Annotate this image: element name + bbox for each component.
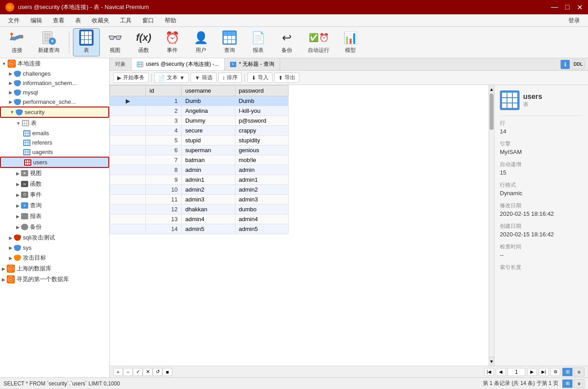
ddl-icon[interactable]: DDL: [572, 60, 584, 69]
cell-username[interactable]: batman: [182, 155, 235, 165]
export-button[interactable]: ⬆ 导出: [274, 73, 299, 83]
first-page-button[interactable]: |◀: [484, 368, 494, 376]
table-scrollbar[interactable]: ▲ ▼: [489, 85, 494, 366]
cell-username[interactable]: Dummy: [182, 116, 235, 126]
menu-window[interactable]: 窗口: [138, 16, 158, 26]
connect-button[interactable]: 连接: [4, 28, 30, 56]
cell-password[interactable]: stupidity: [235, 136, 289, 145]
sidebar-item-mysql[interactable]: ▶ mysql: [0, 88, 109, 97]
filter-button[interactable]: ▼ 筛选: [191, 73, 217, 83]
cell-id[interactable]: 13: [146, 214, 182, 224]
last-page-button[interactable]: ▶|: [539, 368, 549, 376]
new-query-button[interactable]: + 新建查询: [32, 28, 65, 56]
col-header-password[interactable]: password: [235, 85, 289, 96]
cell-username[interactable]: admin3: [182, 195, 235, 205]
table-row[interactable]: 5stupidstupidity: [110, 136, 289, 145]
cell-password[interactable]: admin5: [235, 224, 289, 234]
import-button[interactable]: ⬇ 导入: [247, 73, 273, 83]
sidebar-item-information-schema[interactable]: ▶ information_schem...: [0, 78, 109, 88]
menu-table[interactable]: 表: [71, 16, 85, 26]
cell-id[interactable]: 7: [146, 155, 182, 165]
view-button[interactable]: 👓 视图: [102, 28, 128, 56]
cell-username[interactable]: dhakkan: [182, 205, 235, 214]
cell-id[interactable]: 10: [146, 185, 182, 195]
cell-username[interactable]: stupid: [182, 136, 235, 145]
cell-password[interactable]: admin: [235, 165, 289, 175]
user-button[interactable]: 👤 用户: [187, 28, 214, 56]
tab-query[interactable]: ≡ * 无标题 - 查询: [225, 58, 280, 70]
info-icon[interactable]: ℹ: [560, 60, 570, 69]
sidebar-item-local-conn[interactable]: ▼ N 本地连接: [0, 58, 109, 69]
sidebar-item-emails[interactable]: emails: [0, 128, 109, 138]
start-transaction-button[interactable]: ▶ 开始事务: [113, 73, 149, 83]
cell-id[interactable]: 1: [146, 96, 182, 106]
table-row[interactable]: 4securecrappy: [110, 126, 289, 136]
sidebar-item-tables-group[interactable]: ▼ 表: [0, 118, 109, 128]
cell-username[interactable]: admin1: [182, 175, 235, 185]
report-button[interactable]: 📄 报表: [245, 28, 272, 56]
sidebar-item-functions[interactable]: ▶ fx 函数: [0, 179, 109, 189]
table-row[interactable]: 2AngelinaI-kill-you: [110, 106, 289, 116]
model-button[interactable]: 📊 模型: [337, 28, 364, 56]
cell-username[interactable]: Angelina: [182, 106, 235, 116]
cell-username[interactable]: admin4: [182, 214, 235, 224]
sidebar-item-challenges[interactable]: ▶ challenges: [0, 69, 109, 78]
login-button[interactable]: 登录: [564, 16, 584, 26]
cell-username[interactable]: admin2: [182, 185, 235, 195]
cell-id[interactable]: 12: [146, 205, 182, 214]
cell-id[interactable]: 4: [146, 126, 182, 136]
cell-password[interactable]: admin3: [235, 195, 289, 205]
grid-view-button[interactable]: ⊞: [562, 368, 573, 376]
cell-id[interactable]: 11: [146, 195, 182, 205]
sidebar-item-views[interactable]: ▶ 👁 视图: [0, 168, 109, 179]
menu-view[interactable]: 查看: [48, 16, 69, 26]
sidebar-item-uagents[interactable]: uagents: [0, 147, 109, 157]
stop-button[interactable]: ■: [162, 368, 172, 376]
menu-tools[interactable]: 工具: [115, 16, 136, 26]
table-row[interactable]: 7batmanmob!le: [110, 155, 289, 165]
event-button[interactable]: ⏰ 事件: [159, 28, 186, 56]
sidebar-item-backups[interactable]: ▶ 备份: [0, 222, 109, 232]
confirm-button[interactable]: ✓: [133, 368, 143, 376]
sidebar-item-sqli[interactable]: ▶ sqli攻击测试: [0, 232, 109, 243]
scroll-down-button[interactable]: ▼: [489, 357, 494, 366]
sidebar-item-first-db[interactable]: ▶ N 寻觅的第一个数据库: [0, 274, 109, 285]
sidebar-item-users[interactable]: users: [0, 157, 109, 168]
page-input[interactable]: [507, 368, 525, 376]
tab-section-object[interactable]: 对象: [110, 58, 132, 70]
menu-help[interactable]: 帮助: [160, 16, 181, 26]
cell-password[interactable]: p@ssword: [235, 116, 289, 126]
table-row[interactable]: 3Dummyp@ssword: [110, 116, 289, 126]
scroll-up-button[interactable]: ▲: [489, 85, 494, 94]
cell-password[interactable]: mob!le: [235, 155, 289, 165]
sidebar-item-performance-schema[interactable]: ▶ performance_sche...: [0, 97, 109, 107]
cell-password[interactable]: admin4: [235, 214, 289, 224]
function-button[interactable]: f(x) 函数: [130, 28, 157, 56]
table-row[interactable]: 9admin1admin1: [110, 175, 289, 185]
window-controls[interactable]: — □ ✕: [551, 3, 583, 12]
cell-id[interactable]: 8: [146, 165, 182, 175]
cell-password[interactable]: crappy: [235, 126, 289, 136]
col-header-id[interactable]: id: [146, 85, 182, 96]
bottom-grid-view-button[interactable]: ⊞: [562, 379, 573, 388]
cell-id[interactable]: 2: [146, 106, 182, 116]
refresh-button[interactable]: ↺: [153, 368, 162, 376]
cell-username[interactable]: superman: [182, 145, 235, 155]
cell-username[interactable]: admin: [182, 165, 235, 175]
table-row[interactable]: 12dhakkandumbo: [110, 205, 289, 214]
table-row[interactable]: 10admin2admin2: [110, 185, 289, 195]
backup-button[interactable]: ↩ 备份: [273, 28, 300, 56]
menu-file[interactable]: 文件: [4, 16, 24, 26]
cell-password[interactable]: I-kill-you: [235, 106, 289, 116]
form-view-button[interactable]: ≡: [574, 368, 584, 376]
table-row[interactable]: 1DumbDumb: [110, 96, 289, 106]
sidebar-item-attack[interactable]: ▶ 攻击目标: [0, 252, 109, 263]
auto-run-button[interactable]: ✅ ⏰ 自动运行: [302, 28, 335, 56]
data-table-wrapper[interactable]: id username password 1DumbDumb2AngelinaI…: [110, 85, 489, 366]
menu-favorites[interactable]: 收藏夹: [87, 16, 114, 26]
tab-users-table[interactable]: users @security (本地连接) -...: [132, 58, 225, 70]
sidebar-item-referers[interactable]: referers: [0, 138, 109, 147]
settings-nav-button[interactable]: ⚙: [550, 368, 560, 376]
close-button[interactable]: ✕: [577, 3, 583, 12]
add-record-button[interactable]: +: [113, 368, 123, 376]
